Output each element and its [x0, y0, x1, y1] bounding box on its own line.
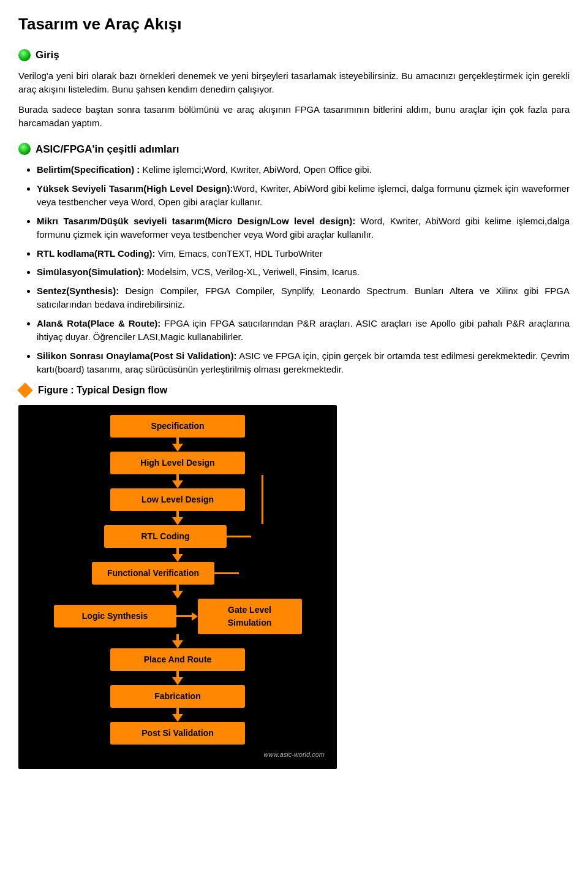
- page-title: Tasarım ve Araç Akışı: [18, 12, 570, 36]
- list-item: Silikon Sonrası Onaylama(Post Si Validat…: [37, 349, 570, 377]
- diagram-arrow: [172, 548, 183, 562]
- section2-label: ASIC/FPGA'in çeşitli adımları: [36, 142, 179, 157]
- diagram-box: Functional Verification: [92, 562, 214, 585]
- diagram-box: Place And Route: [110, 648, 245, 671]
- section1-heading: Giriş: [18, 47, 570, 63]
- bullets-list: Belirtim(Specification) : Kelime işlemci…: [37, 163, 570, 377]
- list-item: Sentez(Synthesis): Design Compiler, FPGA…: [37, 284, 570, 312]
- list-item: Alan& Rota(Place & Route): FPGA için FPG…: [37, 317, 570, 344]
- rtl-coding-row: RTL Coding: [31, 525, 325, 548]
- diagram-arrow: [172, 585, 183, 599]
- diagram-arrow: [172, 438, 183, 452]
- diagram-arrow: [172, 708, 183, 722]
- list-item: Belirtim(Specification) : Kelime işlemci…: [37, 163, 570, 177]
- design-flow-diagram: SpecificationHigh Level DesignLow Level …: [18, 405, 337, 770]
- green-circle-icon2: [18, 143, 31, 155]
- figure-title-row: Figure : Typical Design flow: [18, 383, 570, 398]
- list-item: Mikrı Tasarım/Düşük seviyeli tasarım(Mic…: [37, 214, 570, 242]
- section1-label: Giriş: [36, 47, 59, 63]
- diagram-box: High Level Design: [110, 452, 245, 474]
- logic-synthesis-row: Logic SynthesisGate Level Simulation: [31, 599, 325, 634]
- diagram-box: Post Si Validation: [110, 722, 245, 745]
- section2-heading: ASIC/FPGA'in çeşitli adımları: [18, 142, 570, 157]
- list-item: Yüksek Seviyeli Tasarım(High Level Desig…: [37, 182, 570, 210]
- diagram-arrow: [172, 474, 183, 488]
- diagram-arrow: [172, 511, 183, 525]
- diagram-box: Gate Level Simulation: [198, 599, 302, 634]
- list-item: Simülasyon(Simulation): Modelsim, VCS, V…: [37, 265, 570, 279]
- functional-verification-row: Functional Verification: [31, 562, 325, 585]
- intro-paragraph: Verilog'a yeni biri olarak bazı örnekler…: [18, 69, 570, 97]
- diamond-icon: [18, 384, 32, 397]
- list-item: RTL kodlama(RTL Coding): Vim, Emacs, con…: [37, 247, 570, 261]
- watermark: www.asic-world.com: [31, 749, 325, 760]
- figure-title-text: Figure : Typical Design flow: [38, 383, 167, 398]
- diagram-box: RTL Coding: [104, 525, 227, 548]
- description-paragraph: Burada sadece baştan sonra tasarım bölüm…: [18, 103, 570, 131]
- diagram-box: Fabrication: [110, 685, 245, 708]
- green-circle-icon: [18, 49, 31, 61]
- diagram-box: Low Level Design: [110, 488, 245, 511]
- diagram-arrow: [172, 671, 183, 685]
- diagram-box: Specification: [110, 415, 245, 438]
- diagram-arrow: [172, 634, 183, 648]
- diagram-box: Logic Synthesis: [54, 605, 176, 627]
